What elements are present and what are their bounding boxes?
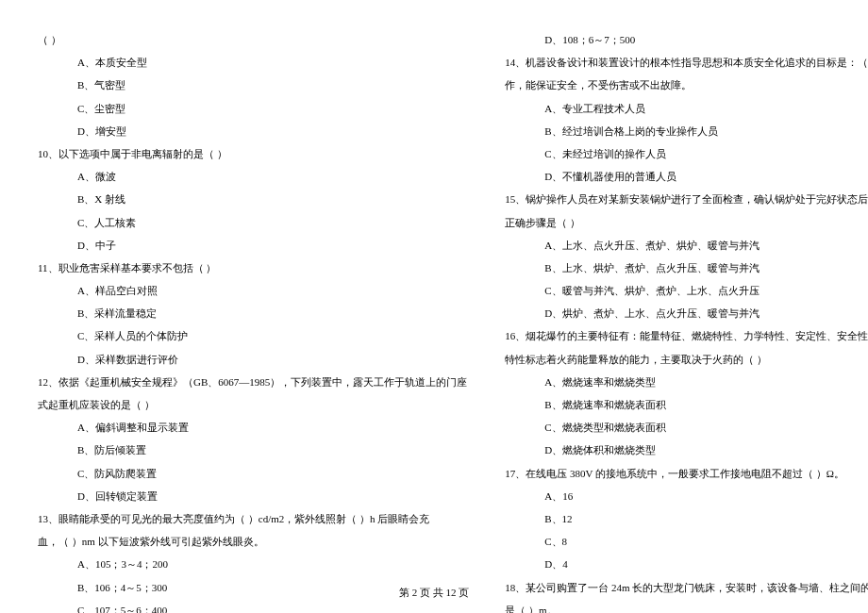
option-text: D、回转锁定装置 [38,485,467,507]
option-text: A、微波 [38,165,467,188]
option-text: D、不懂机器使用的普通人员 [505,165,868,188]
question-text: 特性标志着火药能量释放的能力，主要取决于火药的（ ） [505,348,868,371]
question-text: 16、烟花爆竹的主要特征有：能量特征、燃烧特性、力学特性、安定性、安全性。其中，… [505,324,868,347]
question-text: 15、锅炉操作人员在对某新安装锅炉进行了全面检查，确认锅炉处于完好状态后，启动锅… [505,188,868,210]
option-text: C、防风防爬装置 [38,462,467,485]
question-text: 10、以下选项中属于非电离辐射的是（ ） [38,142,467,165]
left-column: （ ） A、本质安全型 B、气密型 C、尘密型 D、增安型 10、以下选项中属于… [38,28,467,585]
question-text: 作，能保证安全，不受伤害或不出故障。 [505,74,868,96]
option-text: A、上水、点火升压、煮炉、烘炉、暖管与并汽 [505,234,868,257]
exam-text: （ ） [38,28,467,51]
option-text: D、烘炉、煮炉、上水、点火升压、暖管与并汽 [505,302,868,324]
question-text: 17、在线电压 380V 的接地系统中，一般要求工作接地电阻不超过（ ）Ω。 [505,462,868,485]
option-text: A、偏斜调整和显示装置 [38,416,467,439]
option-text: D、燃烧体积和燃烧类型 [505,439,868,461]
option-text: D、采样数据进行评价 [38,348,467,371]
option-text: C、尘密型 [38,97,467,120]
option-text: C、人工核素 [38,211,467,234]
question-text: 式起重机应装设的是（ ） [38,393,467,416]
option-text: B、采样流量稳定 [38,302,467,324]
option-text: A、专业工程技术人员 [505,97,868,120]
option-text: A、本质安全型 [38,51,467,74]
option-text: A、16 [505,485,868,507]
question-text: 12、依据《起重机械安全规程》（GB、6067—1985），下列装置中，露天工作… [38,371,467,393]
question-text: 正确步骤是（ ） [505,211,868,234]
question-text: 血，（ ）nm 以下短波紫外线可引起紫外线眼炎。 [38,530,467,553]
option-text: B、防后倾装置 [38,439,467,461]
option-text: D、108；6～7；500 [505,28,868,51]
option-text: C、燃烧类型和燃烧表面积 [505,416,868,439]
option-text: C、暖管与并汽、烘炉、煮炉、上水、点火升压 [505,279,868,302]
question-text: 11、职业危害采样基本要求不包括（ ） [38,257,467,279]
option-text: B、气密型 [38,74,467,96]
option-text: C、未经过培训的操作人员 [505,142,868,165]
option-text: A、样品空白对照 [38,279,467,302]
question-text: 13、眼睛能承受的可见光的最大亮度值约为（ ）cd/m2，紫外线照射（ ）h 后… [38,507,467,530]
page-container: （ ） A、本质安全型 B、气密型 C、尘密型 D、增安型 10、以下选项中属于… [38,28,830,585]
option-text: D、中子 [38,234,467,257]
page-footer: 第 2 页 共 12 页 [0,581,868,604]
option-text: C、8 [505,530,868,553]
option-text: B、经过培训合格上岗的专业操作人员 [505,120,868,142]
option-text: B、12 [505,507,868,530]
option-text: D、增安型 [38,120,467,142]
right-column: D、108；6～7；500 14、机器设备设计和装置设计的根本性指导思想和本质安… [505,28,868,585]
option-text: A、105；3～4；200 [38,553,467,575]
question-text: 14、机器设备设计和装置设计的根本性指导思想和本质安全化追求的目标是：（ ）进行… [505,51,868,74]
option-text: A、燃烧速率和燃烧类型 [505,371,868,393]
option-text: B、上水、烘炉、煮炉、点火升压、暖管与并汽 [505,257,868,279]
option-text: C、采样人员的个体防护 [38,324,467,347]
option-text: D、4 [505,553,868,575]
option-text: B、燃烧速率和燃烧表面积 [505,393,868,416]
option-text: B、X 射线 [38,188,467,210]
